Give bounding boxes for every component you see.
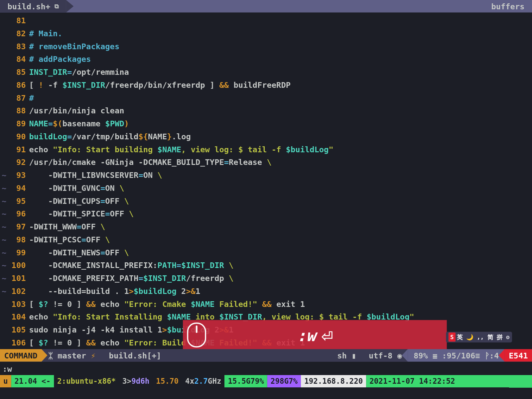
code-line[interactable]: 85INST_DIR=/opt/remmina — [0, 66, 532, 79]
command-line[interactable]: :w — [3, 362, 12, 375]
code-line[interactable]: 88/usr/bin/ninja clean — [0, 104, 532, 117]
code-content[interactable]: -DWITH_GVNC=ON \ — [29, 182, 124, 195]
code-line[interactable]: ~99 -DWITH_NEWS=OFF \ — [0, 246, 532, 259]
code-line[interactable]: 89NAME=$(basename $PWD) — [0, 117, 532, 130]
tmux-ip: 192.168.8.220 — [301, 375, 366, 388]
code-line[interactable]: ~102 --build=build . 1>$buildLog 2>&1 — [0, 285, 532, 298]
keystroke-overlay: :w ⏎ — [183, 320, 447, 352]
line-number: 106 — [0, 336, 29, 349]
code-content[interactable]: [ ! -f $INST_DIR/freerdp/bin/xfreerdp ] … — [29, 79, 291, 91]
editor-body[interactable]: 8182# Main.83# removeBinPackages84# addP… — [0, 13, 532, 349]
line-number: 91 — [0, 143, 29, 156]
tmux-version: 21.04 <- — [11, 375, 54, 388]
line-number: 89 — [0, 117, 29, 130]
line-number: 82 — [0, 27, 29, 40]
tmux-datetime: 2021-11-07 14:22:52 — [366, 375, 532, 388]
tmux-host[interactable]: 2:ubuntu-x86* — [54, 375, 119, 388]
code-content[interactable]: buildLog=/var/tmp/build${NAME}.log — [29, 130, 191, 143]
code-content[interactable]: [ $? != 0 ] && echo "Error: Cmake $NAME … — [29, 298, 305, 310]
tmux-ram: 15.5G79% — [224, 375, 267, 388]
mode-indicator: COMMAND — [0, 349, 42, 362]
line-number: ~102 — [0, 285, 29, 298]
code-content[interactable]: NAME=$(basename $PWD) — [29, 117, 129, 130]
branch-name: master — [58, 349, 86, 362]
line-number: ~97 — [0, 220, 29, 233]
code-content[interactable]: # Main. — [29, 27, 63, 40]
tmux-prefix: u — [0, 375, 11, 388]
file-name: build.sh[+] — [102, 349, 168, 362]
code-content[interactable]: -DWITH_LIBVNCSERVER=ON \ — [29, 169, 162, 182]
code-content[interactable]: -DWITH_PCSC=OFF \ — [29, 233, 110, 246]
code-line[interactable]: ~94 -DWITH_GVNC=ON \ — [0, 182, 532, 195]
code-line[interactable]: ~93 -DWITH_LIBVNCSERVER=ON \ — [0, 169, 532, 182]
code-line[interactable]: 82# Main. — [0, 27, 532, 40]
line-number: ~95 — [0, 195, 29, 207]
code-content[interactable]: -DWITH_WWW=OFF \ — [29, 220, 105, 233]
code-line[interactable]: ~100 -DCMAKE_INSTALL_PREFIX:PATH=$INST_D… — [0, 259, 532, 272]
error-badge: E541 — [505, 349, 532, 362]
line-number: ~96 — [0, 207, 29, 220]
sogou-icon: S — [449, 332, 456, 342]
line-number: 105 — [0, 324, 29, 336]
code-line[interactable]: 90buildLog=/var/tmp/build${NAME}.log — [0, 130, 532, 143]
code-line[interactable]: 87# — [0, 91, 532, 104]
bolt-icon: ⚡ — [91, 349, 95, 362]
line-number: 104 — [0, 311, 29, 323]
tmux-bar: u 21.04 <- 2:ubuntu-x86* 3>9d6h 15.70 4x… — [0, 375, 532, 388]
tmux-load: 15.70 — [153, 375, 182, 388]
tab-filename: build.sh+ — [8, 0, 51, 13]
line-number: ~93 — [0, 169, 29, 182]
code-line[interactable]: ~97-DWITH_WWW=OFF \ — [0, 220, 532, 233]
code-line[interactable]: 83# removeBinPackages — [0, 40, 532, 53]
code-content[interactable]: INST_DIR=/opt/remmina — [29, 66, 129, 78]
code-content[interactable]: /usr/bin/ninja clean — [29, 104, 124, 117]
code-content[interactable]: # addPackages — [29, 53, 91, 66]
code-line[interactable]: ~95 -DWITH_CUPS=OFF \ — [0, 195, 532, 207]
code-line[interactable]: 86[ ! -f $INST_DIR/freerdp/bin/xfreerdp … — [0, 78, 532, 91]
line-number: 88 — [0, 104, 29, 117]
code-line[interactable]: 84# addPackages — [0, 53, 532, 66]
ime-badge[interactable]: S 英 🌙 ,, 简 拼 ⚙ — [446, 332, 512, 343]
code-content[interactable]: -DCMAKE_INSTALL_PREFIX:PATH=$INST_DIR \ — [29, 259, 234, 272]
tmux-disk: 298G7% — [267, 375, 301, 388]
branch-icon: ᛯ — [48, 349, 53, 362]
line-number: 103 — [0, 298, 29, 310]
line-number: 85 — [0, 66, 29, 78]
line-number: ~99 — [0, 246, 29, 259]
code-line[interactable]: 92/usr/bin/cmake -GNinja -DCMAKE_BUILD_T… — [0, 156, 532, 169]
code-line[interactable]: ~101 -DCMAKE_PREFIX_PATH=$INST_DIR/freer… — [0, 272, 532, 285]
code-line[interactable]: ~96 -DWITH_SPICE=OFF \ — [0, 207, 532, 220]
code-line[interactable]: 81 — [0, 14, 532, 27]
code-content[interactable]: /usr/bin/cmake -GNinja -DCMAKE_BUILD_TYP… — [29, 156, 272, 169]
line-number: 83 — [0, 40, 29, 53]
terminal-icon: ⧉ — [55, 2, 59, 11]
tmux-cpu: 4x2.7GHz — [182, 375, 224, 388]
file-type: sh ▮ — [331, 349, 363, 362]
code-content[interactable]: -DCMAKE_PREFIX_PATH=$INST_DIR/freerdp \ — [29, 272, 234, 285]
line-number: 86 — [0, 79, 29, 91]
return-icon: ⏎ — [322, 321, 333, 351]
code-content[interactable]: -DWITH_SPICE=OFF \ — [29, 207, 134, 220]
code-line[interactable]: 91echo "Info: Start building $NAME, view… — [0, 143, 532, 156]
line-number: 87 — [0, 91, 29, 104]
code-content[interactable]: --build=build . 1>$buildLog 2>&1 — [29, 285, 200, 298]
line-number: ~94 — [0, 182, 29, 195]
scroll-percent: 89% ☰ :95/106≡ ᚹ:4 — [408, 349, 505, 362]
mouse-icon — [187, 323, 206, 347]
code-content[interactable]: # — [29, 91, 34, 104]
line-number: 92 — [0, 156, 29, 169]
code-content[interactable]: -DWITH_CUPS=OFF \ — [29, 195, 129, 207]
code-content[interactable]: -DWITH_NEWS=OFF \ — [29, 246, 129, 259]
line-number: 84 — [0, 53, 29, 66]
code-content[interactable]: echo "Info: Start building $NAME, view l… — [29, 143, 333, 156]
line-number: ~101 — [0, 272, 29, 285]
encoding: utf-8 ◉ — [363, 349, 408, 362]
git-branch: ᛯ master ⚡ — [42, 349, 102, 362]
code-line[interactable]: ~98-DWITH_PCSC=OFF \ — [0, 233, 532, 246]
code-line[interactable]: 103[ $? != 0 ] && echo "Error: Cmake $NA… — [0, 298, 532, 311]
code-content[interactable]: # removeBinPackages — [29, 40, 120, 53]
buffers-label[interactable]: buffers — [491, 0, 524, 13]
tab-current[interactable]: build.sh+ ⧉ — [0, 0, 66, 13]
line-number: ~98 — [0, 233, 29, 246]
line-number: 81 — [0, 14, 29, 27]
